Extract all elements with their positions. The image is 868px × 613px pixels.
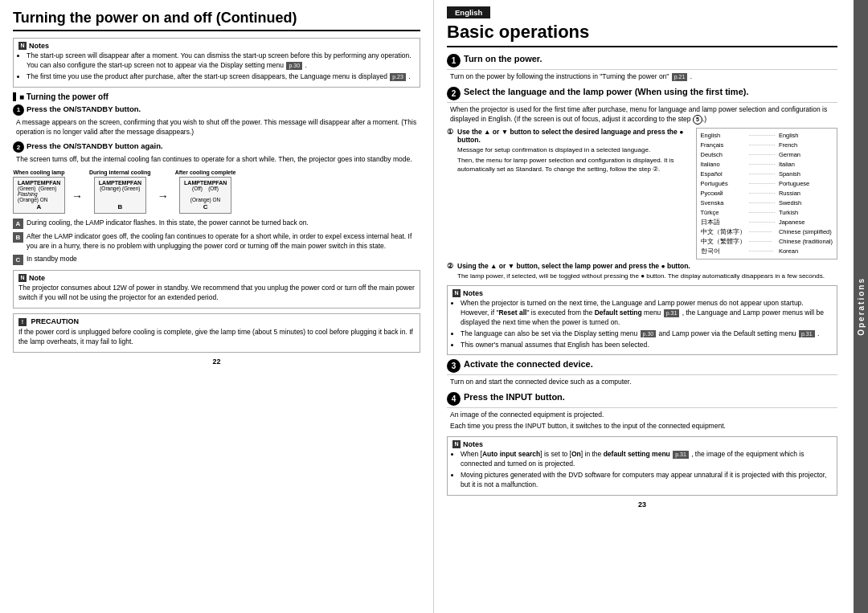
inner-step1-body2: Then, the menu for lamp power selection …	[457, 156, 691, 174]
basic-step3-header: 3 Activate the connected device.	[447, 359, 837, 375]
badge-c: C	[13, 255, 23, 265]
note-box-2: N Note The projector consumes about 12W …	[13, 270, 420, 309]
step1-header: 1 Press the ON/STANDBY button.	[13, 104, 420, 116]
notes-step4-item2: Moving pictures generated with the DVD s…	[461, 471, 832, 490]
diagram-box-a: LAMPTEMPFAN (Green) (Green) Flashing (Or…	[13, 177, 65, 214]
basic-step1-header: 1 Turn on the power.	[447, 54, 837, 70]
lang-col-right: English French German Italian Spanish Po…	[779, 131, 833, 256]
notes-icon-step4: N	[452, 440, 461, 448]
right-page: English Basic operations 1 Turn on the p…	[434, 0, 868, 613]
step1-body: A message appears on the screen, confirm…	[13, 118, 420, 137]
badge-b: B	[13, 232, 23, 243]
notes-title-step4: N Notes	[452, 440, 832, 448]
notes-icon-step2: N	[452, 289, 461, 297]
note-title-2: N Note	[18, 274, 415, 282]
basic-step4-num: 4	[447, 392, 461, 406]
notes-step2-item3: This owner's manual assumes that English…	[461, 341, 832, 350]
step-ref-circle: 5	[693, 115, 702, 125]
notes-item-1: The start-up screen will disappear after…	[27, 51, 415, 71]
notes-step4-item1: When [Auto input search] is set to [On] …	[461, 450, 832, 469]
basic-step2-intro: When the projector is used for the first…	[447, 105, 837, 125]
basic-step4-header: 4 Press the INPUT button.	[447, 392, 837, 408]
precaution-icon: !	[18, 318, 27, 326]
notes-item-2: The first time you use the product after…	[27, 72, 415, 82]
turning-off-section: ■ Turning the power off 1 Press the ON/S…	[13, 92, 420, 265]
basic-step4-body: An image of the connected equipment is p…	[447, 411, 837, 431]
basic-step3-num: 3	[447, 359, 461, 373]
diagram-b: During internal cooling LAMPTEMPFAN (Ora…	[89, 170, 151, 214]
letter-b-item: B After the LAMP indicator goes off, the…	[13, 232, 420, 251]
step2-inner-left: ① Use the ▲ or ▼ button to select the de…	[447, 128, 691, 260]
notes-icon-2: N	[18, 274, 27, 282]
precaution-title: ! PRECAUTION	[18, 317, 415, 326]
note2-body: The projector consumes about 12W of powe…	[18, 284, 415, 303]
cooling-diagram: When cooling lamp LAMPTEMPFAN (Green) (G…	[13, 170, 420, 214]
badge-a: A	[13, 219, 23, 229]
arrow-1: →	[72, 190, 83, 202]
left-page: Turning the power on and off (Continued)…	[0, 0, 434, 613]
step2-header: 2 Press the ON/STANDBY button again.	[13, 141, 420, 153]
basic-step2-num: 2	[447, 87, 461, 100]
notes-list-step4: When [Auto input search] is set to [On] …	[452, 450, 832, 490]
diagram-box-c: LAMPTEMPFAN (Off) (Off) (Orange) ON C	[179, 177, 231, 214]
inner-step2-header: Using the ▲ or ▼ button, select the lamp…	[457, 262, 825, 270]
letter-a-item: A During cooling, the LAMP indicator fla…	[13, 219, 420, 229]
diagram-c: After cooling complete LAMPTEMPFAN (Off)…	[175, 170, 236, 214]
power-off-step1: 1 Press the ON/STANDBY button. A message…	[13, 104, 420, 137]
notes-icon-1: N	[18, 42, 27, 50]
left-page-title: Turning the power on and off (Continued)	[13, 10, 420, 31]
inner-step2-num: ②	[447, 262, 455, 270]
lang-col-left: English Français Deutsch Italiano Españo…	[701, 131, 746, 256]
basic-step1-num: 1	[447, 54, 461, 67]
notes-box-step2: N Notes When the projector is turned on …	[447, 285, 837, 355]
inner-step1-body: Message for setup confirmation is displa…	[457, 145, 691, 154]
basic-step4: 4 Press the INPUT button. An image of th…	[447, 392, 837, 431]
basic-step1: 1 Turn on the power. Turn on the power b…	[447, 54, 837, 82]
operations-label: Operations	[857, 277, 866, 336]
left-page-number: 22	[13, 358, 420, 366]
inner-step-2: ② Using the ▲ or ▼ button, select the la…	[447, 262, 837, 280]
power-off-step2: 2 Press the ON/STANDBY button again. The…	[13, 141, 420, 214]
step2-inner-container: ① Use the ▲ or ▼ button to select the de…	[447, 128, 837, 260]
main-content: Turning the power on and off (Continued)…	[0, 0, 868, 613]
basic-step3-body: Turn on and start the connected device s…	[447, 378, 837, 387]
basic-step1-body: Turn on the power by following the instr…	[447, 72, 837, 82]
notes-step2-item1: When the projector is turned on the next…	[461, 299, 832, 328]
lang-col-dots: ················ ················ ······…	[749, 131, 776, 256]
english-tab-area: English	[447, 6, 837, 18]
inner-step1-num: ①	[447, 128, 455, 136]
letter-c-item: C In standby mode	[13, 255, 420, 265]
notes-list-1: The start-up screen will disappear after…	[18, 51, 415, 82]
notes-box-step4: N Notes When [Auto input search] is set …	[447, 436, 837, 496]
step2-num: 2	[13, 141, 24, 153]
basic-step3: 3 Activate the connected device. Turn on…	[447, 359, 837, 387]
basic-step2: 2 Select the language and the lamp power…	[447, 87, 837, 280]
notes-title-1: N Notes	[18, 42, 415, 50]
right-page-number: 23	[447, 501, 837, 509]
diagram-box-b: LAMPTEMPFAN (Orange) (Green) B	[94, 177, 146, 214]
notes-title-step2: N Notes	[452, 289, 832, 297]
diagram-a: When cooling lamp LAMPTEMPFAN (Green) (G…	[13, 170, 65, 214]
basic-step2-header: 2 Select the language and the lamp power…	[447, 87, 837, 103]
lang-table-inner: English Français Deutsch Italiano Españo…	[701, 131, 833, 256]
turning-off-title: ■ Turning the power off	[13, 92, 420, 101]
step1-num: 1	[13, 104, 24, 116]
inner-step2-body: The lamp power, if selected, will be tog…	[457, 272, 825, 280]
right-content: English Basic operations 1 Turn on the p…	[447, 6, 855, 509]
inner-step-1: ① Use the ▲ or ▼ button to select the de…	[447, 128, 691, 174]
inner-step1-header: Use the ▲ or ▼ button to select the desi…	[457, 128, 691, 144]
precaution-box: ! PRECAUTION If the power cord is unplug…	[13, 313, 420, 353]
language-table: English Français Deutsch Italiano Españo…	[696, 128, 837, 260]
english-tab: English	[447, 6, 490, 18]
notes-box-top: N Notes The start-up screen will disappe…	[13, 38, 420, 88]
notes-step2-item2: The language can also be set via the Dis…	[461, 329, 832, 339]
notes-list-step2: When the projector is turned on the next…	[452, 299, 832, 349]
precaution-body: If the power cord is unplugged before co…	[18, 328, 415, 347]
right-page-title: Basic operations	[447, 22, 837, 47]
operations-sidebar: Operations	[854, 0, 868, 613]
arrow-2: →	[158, 190, 169, 202]
step2-body: The screen turns off, but the internal c…	[13, 155, 420, 165]
